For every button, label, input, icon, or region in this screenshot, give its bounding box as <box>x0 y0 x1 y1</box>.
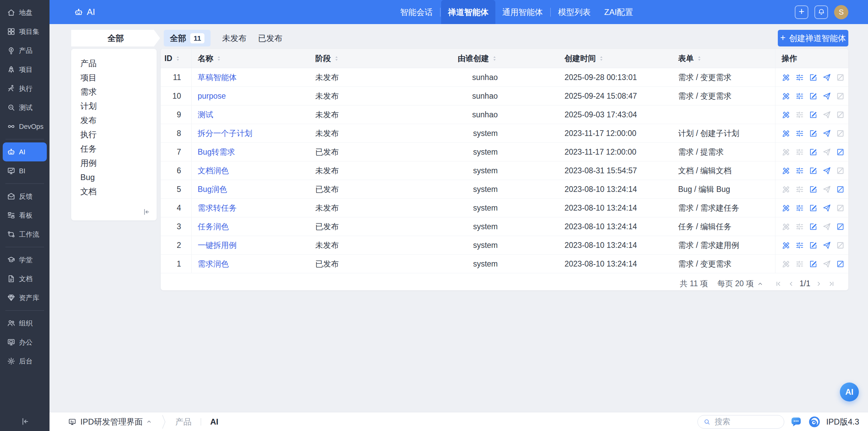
topnav-item-智能会话[interactable]: 智能会话 <box>393 0 439 24</box>
agent-name-link[interactable]: 草稿智能体 <box>198 72 237 83</box>
agent-name-link[interactable]: 拆分一个子计划 <box>198 128 252 139</box>
first-page-button[interactable] <box>772 277 785 290</box>
agent-name-link[interactable]: 任务润色 <box>198 221 229 232</box>
column-header-创建时间[interactable]: 创建时间 <box>502 49 678 68</box>
filter-item-用例[interactable]: 用例 <box>71 156 157 170</box>
tune-icon[interactable] <box>795 203 804 213</box>
sidebar-item-组织[interactable]: 组织 <box>3 314 47 333</box>
sidebar-item-反馈[interactable]: 反馈 <box>3 187 47 206</box>
tab-全部[interactable]: 全部11 <box>164 30 211 46</box>
edit-icon[interactable] <box>809 129 818 138</box>
edit-icon[interactable] <box>809 222 818 231</box>
breadcrumb-product[interactable]: 产品 <box>175 416 192 427</box>
workspace-selector[interactable]: IPD研发管理界面 <box>80 416 152 427</box>
tab-未发布[interactable]: 未发布 <box>222 30 246 46</box>
unpublish-icon[interactable] <box>836 148 845 157</box>
topnav-item-通用智能体[interactable]: 通用智能体 <box>495 0 550 24</box>
sidebar-item-AI[interactable]: AI <box>3 142 47 161</box>
add-button[interactable]: + <box>795 5 808 19</box>
create-agent-button[interactable]: + 创建禅道智能体 <box>778 30 848 46</box>
notifications-button[interactable] <box>814 5 828 19</box>
agent-name-link[interactable]: Bug润色 <box>198 184 227 195</box>
unpublish-icon[interactable] <box>836 185 845 194</box>
agent-name-link[interactable]: Bug转需求 <box>198 147 235 157</box>
edit-icon[interactable] <box>809 110 818 119</box>
search-input[interactable] <box>714 417 778 427</box>
design-icon[interactable] <box>782 129 791 138</box>
last-page-button[interactable] <box>825 277 838 290</box>
edit-icon[interactable] <box>809 92 818 101</box>
sidebar-item-办公[interactable]: 办公 <box>3 333 47 352</box>
tune-icon[interactable] <box>795 92 804 101</box>
design-icon[interactable] <box>782 241 791 250</box>
sidebar-item-项目[interactable]: 项目 <box>3 60 47 79</box>
column-header-表单[interactable]: 表单 <box>678 49 775 68</box>
agent-name-link[interactable]: purpose <box>198 92 226 101</box>
design-icon[interactable] <box>782 73 791 82</box>
topnav-item-ZAI配置[interactable]: ZAI配置 <box>597 0 640 24</box>
avatar[interactable]: S <box>834 5 848 19</box>
agent-name-link[interactable]: 需求转任务 <box>198 203 237 213</box>
tune-icon[interactable] <box>795 129 804 138</box>
send-icon[interactable] <box>822 73 831 82</box>
prev-page-button[interactable] <box>785 277 797 290</box>
sidebar-item-执行[interactable]: 执行 <box>3 79 47 98</box>
sidebar-item-地盘[interactable]: 地盘 <box>3 3 47 22</box>
sidebar-item-资产库[interactable]: 资产库 <box>3 288 47 307</box>
send-icon[interactable] <box>822 166 831 175</box>
agent-name-link[interactable]: 文档润色 <box>198 165 229 176</box>
next-page-button[interactable] <box>812 277 825 290</box>
column-header-ID[interactable]: ID <box>161 49 192 68</box>
filter-item-执行[interactable]: 执行 <box>71 128 157 142</box>
scope-button[interactable]: 全部 <box>71 30 160 46</box>
design-icon[interactable] <box>782 166 791 175</box>
filter-item-Bug[interactable]: Bug <box>71 170 157 184</box>
filter-item-需求[interactable]: 需求 <box>71 85 157 99</box>
send-icon[interactable] <box>822 241 831 250</box>
sidebar-item-产品[interactable]: 产品 <box>3 41 47 60</box>
tune-icon[interactable] <box>795 241 804 250</box>
column-header-阶段[interactable]: 阶段 <box>309 49 400 68</box>
agent-name-link[interactable]: 需求润色 <box>198 259 229 269</box>
unpublish-icon[interactable] <box>836 259 845 269</box>
topnav-item-禅道智能体[interactable]: 禅道智能体 <box>441 0 495 24</box>
sidebar-item-工作流[interactable]: 工作流 <box>3 225 47 244</box>
ai-fab[interactable]: AI <box>840 383 859 401</box>
filter-item-项目[interactable]: 项目 <box>71 71 157 85</box>
send-icon[interactable] <box>822 92 831 101</box>
sidebar-item-测试[interactable]: 测试 <box>3 98 47 117</box>
edit-icon[interactable] <box>809 73 818 82</box>
filter-item-计划[interactable]: 计划 <box>71 99 157 113</box>
edit-icon[interactable] <box>809 148 818 157</box>
edit-icon[interactable] <box>809 166 818 175</box>
design-icon[interactable] <box>782 92 791 101</box>
edit-icon[interactable] <box>809 185 818 194</box>
sidebar-item-学堂[interactable]: 学堂 <box>3 250 47 269</box>
page-size-select[interactable]: 每页 20 项 <box>717 278 764 289</box>
zentao-logo-icon[interactable] <box>808 415 821 428</box>
sidebar-item-项目集[interactable]: 项目集 <box>3 22 47 41</box>
filter-item-文档[interactable]: 文档 <box>71 184 157 199</box>
sidebar-item-DevOps[interactable]: DevOps <box>3 117 47 136</box>
tune-icon[interactable] <box>795 73 804 82</box>
sidebar-item-看板[interactable]: 看板 <box>3 206 47 225</box>
edit-icon[interactable] <box>809 259 818 269</box>
unpublish-icon[interactable] <box>836 222 845 231</box>
send-icon[interactable] <box>822 129 831 138</box>
send-icon[interactable] <box>822 203 831 213</box>
filter-collapse-button[interactable] <box>142 208 151 216</box>
edit-icon[interactable] <box>809 203 818 213</box>
filter-item-产品[interactable]: 产品 <box>71 56 157 71</box>
filter-item-任务[interactable]: 任务 <box>71 142 157 156</box>
tune-icon[interactable] <box>795 166 804 175</box>
sidebar-item-BI[interactable]: BI <box>3 161 47 180</box>
sidebar-item-文档[interactable]: 文档 <box>3 269 47 288</box>
agent-name-link[interactable]: 测试 <box>198 110 213 120</box>
topnav-item-模型列表[interactable]: 模型列表 <box>551 0 597 24</box>
sidebar-collapse-button[interactable] <box>20 416 30 427</box>
column-header-由谁创建[interactable]: 由谁创建 <box>400 49 502 68</box>
agent-name-link[interactable]: 一键拆用例 <box>198 240 237 251</box>
design-icon[interactable] <box>782 203 791 213</box>
design-icon[interactable] <box>782 110 791 119</box>
filter-item-发布[interactable]: 发布 <box>71 113 157 128</box>
